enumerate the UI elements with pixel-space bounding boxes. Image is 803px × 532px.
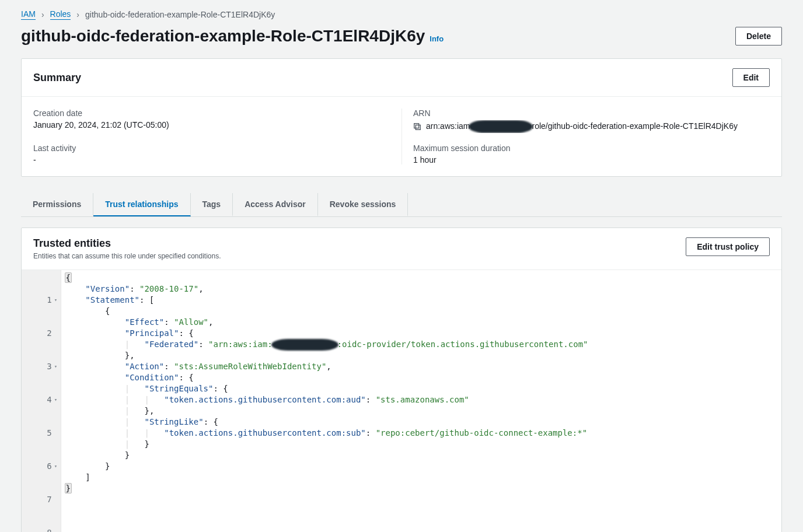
svg-rect-1 (414, 124, 419, 128)
svg-rect-0 (416, 125, 420, 130)
page-title: github-oidc-federation-example-Role-CT1E… (21, 27, 444, 46)
arn-label: ARN (413, 108, 770, 118)
tabs: Permissions Trust relationships Tags Acc… (21, 193, 782, 217)
tab-tags[interactable]: Tags (191, 193, 233, 216)
tab-access-advisor[interactable]: Access Advisor (233, 193, 318, 216)
line-gutter: 1▾ 2 3▾ 4▾ 5 6▾ 7 8 9 10▾ 11▾ 12 13 14▾ … (22, 270, 61, 532)
tab-revoke-sessions[interactable]: Revoke sessions (318, 193, 409, 216)
redacted-account-id (469, 120, 533, 133)
creation-date-label: Creation date (33, 108, 390, 118)
max-session-label: Maximum session duration (413, 144, 770, 153)
edit-button[interactable]: Edit (732, 68, 770, 87)
trusted-entities-panel: Trusted entities Entities that can assum… (21, 228, 782, 532)
policy-editor: 1▾ 2 3▾ 4▾ 5 6▾ 7 8 9 10▾ 11▾ 12 13 14▾ … (22, 270, 781, 532)
page-title-text: github-oidc-federation-example-Role-CT1E… (21, 27, 425, 46)
chevron-right-icon: › (41, 10, 44, 19)
edit-trust-policy-button[interactable]: Edit trust policy (686, 237, 770, 256)
arn-value: arn:aws:iamrole/github-oidc-federation-e… (426, 120, 738, 133)
copy-icon[interactable] (413, 123, 421, 131)
breadcrumb-roles[interactable]: Roles (50, 9, 71, 20)
tab-trust-relationships[interactable]: Trust relationships (93, 193, 190, 216)
trusted-entities-subtitle: Entities that can assume this role under… (33, 252, 221, 260)
summary-title: Summary (33, 72, 81, 84)
max-session-value: 1 hour (413, 155, 770, 164)
tab-permissions[interactable]: Permissions (21, 193, 93, 216)
last-activity-label: Last activity (33, 144, 390, 153)
summary-panel: Summary Edit Creation date January 20, 2… (21, 58, 782, 177)
chevron-right-icon: › (76, 10, 79, 19)
policy-code[interactable]: { "Version": "2008-10-17", "Statement": … (61, 270, 593, 532)
redacted-account-id (271, 339, 338, 351)
info-link[interactable]: Info (430, 34, 444, 43)
last-activity-value: - (33, 155, 390, 164)
breadcrumb: IAM › Roles › github-oidc-federation-exa… (21, 9, 782, 20)
creation-date-value: January 20, 2024, 21:02 (UTC-05:00) (33, 120, 390, 130)
delete-button[interactable]: Delete (735, 27, 782, 46)
breadcrumb-iam[interactable]: IAM (21, 9, 36, 20)
breadcrumb-current: github-oidc-federation-example-Role-CT1E… (85, 10, 275, 19)
trusted-entities-title: Trusted entities (33, 237, 221, 250)
